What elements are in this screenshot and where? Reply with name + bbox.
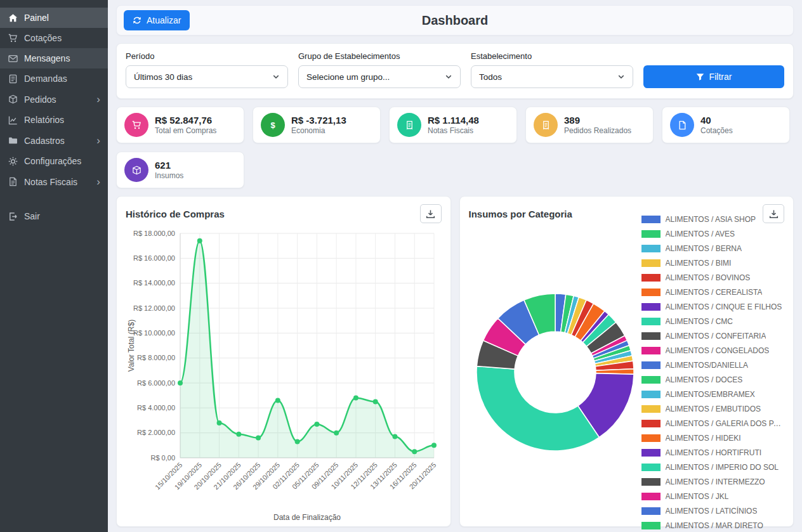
legend-label: ALIMENTOS / INTERMEZZO	[666, 477, 765, 486]
svg-text:Valor Total (R$): Valor Total (R$)	[127, 320, 136, 372]
svg-text:R$ 12.000,00: R$ 12.000,00	[133, 304, 175, 312]
stat-value: R$ 52.847,76	[155, 115, 216, 127]
legend-item[interactable]: ALIMENTOS / CONFEITARIA	[641, 332, 785, 341]
stat-label: Pedidos Realizados	[564, 126, 631, 135]
invoice-icon	[8, 177, 18, 186]
legend-label: ALIMENTOS / DOCES	[666, 375, 743, 384]
sidebar-item-relatorios[interactable]: Relatórios	[0, 110, 108, 130]
select-periodo[interactable]: Últimos 30 dias	[126, 65, 288, 88]
legend-swatch	[641, 493, 661, 500]
svg-text:Data de Finalização: Data de Finalização	[273, 513, 341, 522]
legend-label: ALIMENTOS / HIDEKI	[666, 434, 741, 443]
legend-swatch	[641, 289, 661, 296]
filter-label: Período	[126, 51, 288, 61]
filter-card: PeríodoÚltimos 30 diasGrupo de Estabelec…	[116, 43, 794, 99]
page-title: Dashboard	[117, 13, 793, 28]
legend-label: ALIMENTOS / EMBUTIDOS	[666, 405, 761, 413]
insumos-category-card: Insumos por Categoria ALIMENTOS / ASIA S…	[459, 196, 794, 527]
svg-text:R$ 2.000,00: R$ 2.000,00	[137, 429, 175, 436]
refresh-button[interactable]: Atualizar	[124, 10, 190, 30]
legend-swatch	[641, 318, 661, 325]
legend-swatch	[641, 259, 661, 267]
sidebar-item-configuracoes[interactable]: Configurações	[0, 151, 108, 171]
legend-item[interactable]: ALIMENTOS / BIMI	[641, 259, 785, 268]
download-icon	[426, 209, 435, 219]
select-grupo-de-estabelecimentos[interactable]: Selecione um grupo...	[298, 65, 461, 88]
legend-item[interactable]: ALIMENTOS / ASIA SHOP	[641, 215, 785, 224]
filter-group: Grupo de EstabelecimentosSelecione um gr…	[298, 51, 461, 88]
sidebar: PainelCotaçõesMensagensDemandasPedidos›R…	[0, 0, 108, 532]
legend-item[interactable]: ALIMENTOS / MAR DIRETO	[641, 521, 785, 530]
legend-swatch	[641, 303, 661, 311]
svg-text:R$ 0,00: R$ 0,00	[150, 454, 175, 462]
home-icon	[8, 13, 18, 23]
legend-item[interactable]: ALIMENTOS / HORTIFRUTI	[641, 448, 785, 457]
download-chart-button[interactable]	[420, 204, 442, 223]
sidebar-item-demandas[interactable]: Demandas	[0, 68, 108, 89]
chevron-down-icon	[445, 73, 452, 81]
legend-item[interactable]: ALIMENTOS / AVES	[641, 230, 785, 238]
legend-swatch	[641, 347, 661, 354]
legend-label: ALIMENTOS / IMPERIO DO SOL	[666, 463, 779, 472]
legend-label: ALIMENTOS/DANIELLA	[666, 361, 749, 370]
sidebar-nav: PainelCotaçõesMensagensDemandasPedidos›R…	[0, 8, 108, 226]
sidebar-item-cadastros[interactable]: Cadastros›	[0, 130, 108, 151]
legend-swatch	[641, 405, 661, 413]
legend-swatch	[641, 230, 661, 238]
legend-item[interactable]: ALIMENTOS / LATICÍNIOS	[641, 507, 785, 516]
box-icon	[124, 158, 148, 182]
stat-card-insumos: 621Insumos	[116, 152, 244, 188]
sidebar-item-painel[interactable]: Painel	[0, 8, 108, 28]
receipt-icon	[534, 113, 558, 137]
legend-item[interactable]: ALIMENTOS / EMBUTIDOS	[641, 405, 785, 413]
chevron-down-icon	[272, 73, 280, 81]
stat-text: 621Insumos	[155, 160, 183, 181]
stat-label: Cotações	[700, 126, 733, 135]
chevron-right-icon: ›	[96, 135, 100, 146]
sidebar-item-cotacoes[interactable]: Cotações	[0, 28, 108, 48]
legend-item[interactable]: ALIMENTOS / BERNA	[641, 244, 785, 253]
legend-item[interactable]: ALIMENTOS / CONGELADOS	[641, 346, 785, 355]
legend-item[interactable]: ALIMENTOS / BOVINOS	[641, 273, 785, 282]
stats-grid: R$ 52.847,76Total em Compras$R$ -3.721,1…	[116, 107, 794, 188]
legend-item[interactable]: ALIMENTOS / INTERMEZZO	[641, 477, 785, 486]
legend-item[interactable]: ALIMENTOS / JKL	[641, 492, 785, 501]
sidebar-item-mensagens[interactable]: Mensagens	[0, 48, 108, 68]
donut-chart	[469, 289, 641, 456]
legend-item[interactable]: ALIMENTOS / CMC	[641, 317, 785, 326]
legend-swatch	[641, 522, 661, 529]
sidebar-item-notas-fiscais[interactable]: Notas Fiscais›	[0, 171, 108, 192]
select-estabelecimento[interactable]: Todos	[471, 65, 633, 88]
sidebar-item-pedidos[interactable]: Pedidos›	[0, 89, 108, 110]
sidebar-item-label: Mensagens	[24, 53, 70, 63]
receipt-icon	[397, 113, 421, 137]
legend-label: ALIMENTOS / CEREALISTA	[666, 288, 763, 297]
svg-text:R$ 14.000,00: R$ 14.000,00	[133, 279, 175, 287]
stat-text: 389Pedidos Realizados	[564, 115, 631, 136]
stat-card-notas-fiscais: R$ 1.114,48Notas Fiscais	[389, 107, 517, 143]
legend-swatch	[641, 478, 661, 486]
filter-button-label: Filtrar	[709, 72, 732, 82]
legend-item[interactable]: ALIMENTOS/EMBRAMEX	[641, 390, 785, 399]
legend-item[interactable]: ALIMENTOS / CEREALISTA	[641, 288, 785, 297]
svg-text:R$ 6.000,00: R$ 6.000,00	[137, 379, 175, 387]
stat-text: R$ 1.114,48Notas Fiscais	[428, 115, 479, 136]
legend-label: ALIMENTOS / GALERIA DOS PAES	[666, 419, 785, 428]
sidebar-item-sair[interactable]: Sair	[0, 206, 108, 226]
legend-label: ALIMENTOS / CONFEITARIA	[666, 332, 766, 341]
legend-item[interactable]: ALIMENTOS / GALERIA DOS PAES	[641, 419, 785, 428]
select-value: Últimos 30 dias	[134, 72, 192, 82]
legend-item[interactable]: ALIMENTOS / DOCES	[641, 375, 785, 384]
sidebar-item-label: Demandas	[24, 74, 67, 84]
legend-item[interactable]: ALIMENTOS / IMPERIO DO SOL	[641, 463, 785, 472]
legend-swatch	[641, 245, 661, 252]
legend-label: ALIMENTOS / BOVINOS	[666, 273, 751, 282]
stat-value: 389	[564, 115, 631, 127]
legend-item[interactable]: ALIMENTOS / HIDEKI	[641, 434, 785, 443]
filter-label: Grupo de Estabelecimentos	[298, 51, 461, 61]
legend-item[interactable]: ALIMENTOS / CINQUE E FILHOS	[641, 302, 785, 311]
legend-item[interactable]: ALIMENTOS/DANIELLA	[641, 361, 785, 370]
legend-label: ALIMENTOS / CINQUE E FILHOS	[666, 302, 782, 311]
filter-button[interactable]: Filtrar	[643, 65, 784, 88]
box-icon	[8, 94, 18, 104]
